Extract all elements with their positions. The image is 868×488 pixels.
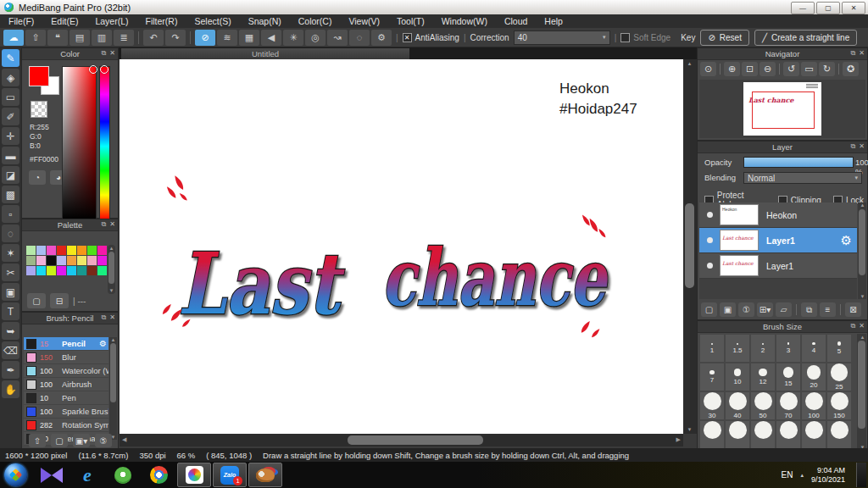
brush-size-cell[interactable]: 30 bbox=[699, 391, 725, 420]
layer-row[interactable]: HeokonHeokon bbox=[699, 202, 857, 228]
scroll-up-icon[interactable]: ▲ bbox=[859, 335, 866, 340]
brush-item[interactable]: 282Rotation Sym bbox=[24, 419, 108, 432]
palette-swatch[interactable] bbox=[77, 266, 86, 275]
magic-wand-tool[interactable]: ✶ bbox=[2, 244, 19, 262]
brush-size-cell[interactable]: 1 bbox=[699, 334, 725, 363]
merge-layer-button[interactable]: ≡ bbox=[820, 302, 836, 317]
medibang-taskbar-icon[interactable] bbox=[177, 463, 211, 487]
control-point-tool[interactable]: ✐ bbox=[2, 108, 19, 125]
zoom-search-icon[interactable]: ⊙ bbox=[700, 62, 716, 76]
snap-settings-icon[interactable]: ⚙ bbox=[371, 30, 392, 46]
eraser2-tool[interactable]: ⌫ bbox=[2, 341, 19, 359]
canvas-horizontal-scrollbar[interactable]: ◀ ▶ bbox=[120, 434, 683, 446]
brush-size-cell[interactable]: 100 bbox=[801, 391, 826, 420]
palette-swatch[interactable] bbox=[67, 266, 76, 275]
antialiasing-checkbox[interactable]: ✕ AntiAliasing bbox=[403, 33, 459, 42]
new-1bit-layer-button[interactable]: ① bbox=[738, 302, 754, 317]
menu-layerl[interactable]: Layer(L) bbox=[86, 14, 136, 28]
palette-swatch[interactable] bbox=[47, 246, 56, 255]
menu-toolt[interactable]: Tool(T) bbox=[388, 14, 433, 28]
brush-size-cell[interactable]: 70 bbox=[776, 391, 801, 420]
opacity-slider[interactable] bbox=[743, 157, 854, 168]
palette-swatch[interactable] bbox=[36, 266, 46, 275]
popout-icon[interactable]: ⧉ bbox=[102, 49, 107, 58]
brush-size-cell[interactable]: 25 bbox=[826, 363, 852, 391]
new-brush-button[interactable]: ▢ bbox=[51, 434, 68, 447]
fill-shape-tool[interactable]: ▬ bbox=[2, 147, 19, 164]
navigator-thumbnail[interactable]: Last chance bbox=[743, 82, 821, 136]
select-tool[interactable]: ▫ bbox=[2, 205, 19, 223]
palette-swatch[interactable] bbox=[26, 246, 36, 255]
menu-filterr[interactable]: Filter(R) bbox=[137, 14, 186, 28]
brush-item[interactable]: 100Sparkle Brush bbox=[24, 405, 108, 419]
layer-row[interactable]: Last chanceLayer1 bbox=[699, 253, 857, 279]
shape-brush-tool[interactable]: ▭ bbox=[2, 88, 19, 106]
palette-swatch[interactable] bbox=[87, 256, 97, 265]
canvas-vertical-scrollbar[interactable]: ▲ ▼ bbox=[683, 59, 697, 434]
palette-mode-icon[interactable]: ◔ bbox=[29, 170, 46, 185]
language-indicator[interactable]: EN bbox=[782, 470, 793, 480]
upload-brush-button[interactable]: ⇧ bbox=[29, 434, 46, 447]
rotate-right-icon[interactable]: ↻ bbox=[819, 62, 835, 76]
close-icon[interactable]: ✕ bbox=[109, 220, 115, 229]
palette-swatch[interactable] bbox=[26, 256, 36, 265]
palette-swatch[interactable] bbox=[36, 246, 46, 255]
brush-size-cell[interactable] bbox=[750, 420, 776, 449]
brush-size-cell[interactable]: 3 bbox=[776, 334, 801, 363]
new-layer-button[interactable]: ▢ bbox=[701, 302, 717, 317]
select-eraser-tool[interactable]: ▣ bbox=[2, 283, 19, 301]
scroll-up-icon[interactable]: ▲ bbox=[686, 61, 693, 66]
brush-item[interactable]: 100Watercolor (W bbox=[24, 364, 108, 378]
add-layer-menu-button[interactable]: ⊞▾ bbox=[757, 302, 773, 317]
chat-icon[interactable]: ▤ bbox=[70, 30, 90, 46]
snap-vanishing-icon[interactable]: ◀ bbox=[261, 30, 281, 46]
scroll-right-icon[interactable]: ▶ bbox=[676, 436, 681, 443]
brush-size-cell[interactable]: 2 bbox=[750, 334, 776, 363]
brush-size-cell[interactable]: 20 bbox=[801, 363, 826, 391]
visibility-dot[interactable] bbox=[707, 212, 713, 218]
pen-tool[interactable]: ✒ bbox=[2, 361, 19, 379]
visibility-dot[interactable] bbox=[707, 237, 713, 243]
foreground-color-swatch[interactable] bbox=[29, 66, 49, 86]
brush-item[interactable]: 15Pencil⚙ bbox=[24, 337, 108, 351]
brush-size-cell[interactable]: 15 bbox=[776, 363, 801, 391]
scroll-down-icon[interactable]: ▼ bbox=[859, 294, 866, 299]
hand-tool[interactable]: ✋ bbox=[2, 380, 19, 398]
popout-icon[interactable]: ⧉ bbox=[102, 313, 107, 322]
snap-grid-icon[interactable]: ▦ bbox=[239, 30, 259, 46]
palette-swatch[interactable] bbox=[57, 266, 66, 275]
brush-item[interactable]: 150Blur bbox=[24, 351, 108, 364]
brush-size-cell[interactable] bbox=[699, 420, 725, 449]
scroll-up-icon[interactable]: ▲ bbox=[108, 246, 115, 251]
gear-icon[interactable]: ⚙ bbox=[841, 233, 852, 248]
palette-swatch[interactable] bbox=[77, 256, 86, 265]
palette-scrollbar[interactable]: ▲ ▼ bbox=[108, 245, 115, 294]
soft-edge-checkbox[interactable]: Soft Edge bbox=[620, 33, 670, 42]
palette-swatch[interactable] bbox=[77, 246, 86, 255]
canvas-tab[interactable]: Untitled bbox=[121, 48, 409, 59]
layer-row[interactable]: Last chanceLayer1⚙ bbox=[699, 228, 857, 253]
duplicate-layer-button[interactable]: ⧉ bbox=[801, 302, 817, 317]
add-palette-color-button[interactable]: ▢ bbox=[27, 293, 46, 308]
redo-icon[interactable]: ↷ bbox=[165, 30, 186, 46]
scroll-down-icon[interactable]: ▼ bbox=[686, 427, 693, 432]
close-button[interactable]: ✕ bbox=[842, 2, 865, 14]
brush-scrollbar[interactable]: ▲ ▼ bbox=[109, 337, 117, 440]
palette-swatch[interactable] bbox=[97, 266, 107, 275]
coccoc-icon[interactable] bbox=[106, 463, 140, 487]
menu-edite[interactable]: Edit(E) bbox=[42, 14, 86, 28]
palette-swatch[interactable] bbox=[47, 266, 56, 275]
snap-off-icon[interactable]: ⊘ bbox=[195, 30, 215, 46]
brush-item[interactable]: 100Airbrush bbox=[24, 378, 108, 391]
popout-icon[interactable]: ⧉ bbox=[851, 49, 856, 58]
move-tool[interactable]: ✛ bbox=[2, 127, 19, 145]
tray-expand-icon[interactable]: ▴ bbox=[800, 472, 804, 479]
hue-slider[interactable] bbox=[99, 66, 110, 220]
palette-swatch[interactable] bbox=[57, 246, 66, 255]
menu-filef[interactable]: File(F) bbox=[0, 14, 42, 28]
brush-size-cell[interactable]: 4 bbox=[801, 334, 826, 363]
cloud-icon[interactable]: ☁ bbox=[3, 30, 24, 46]
zoom-out-icon[interactable]: ⊖ bbox=[760, 62, 776, 76]
gear-icon[interactable]: ⚙ bbox=[99, 339, 107, 348]
layer-scrollbar[interactable]: ▲ ▼ bbox=[858, 202, 866, 299]
